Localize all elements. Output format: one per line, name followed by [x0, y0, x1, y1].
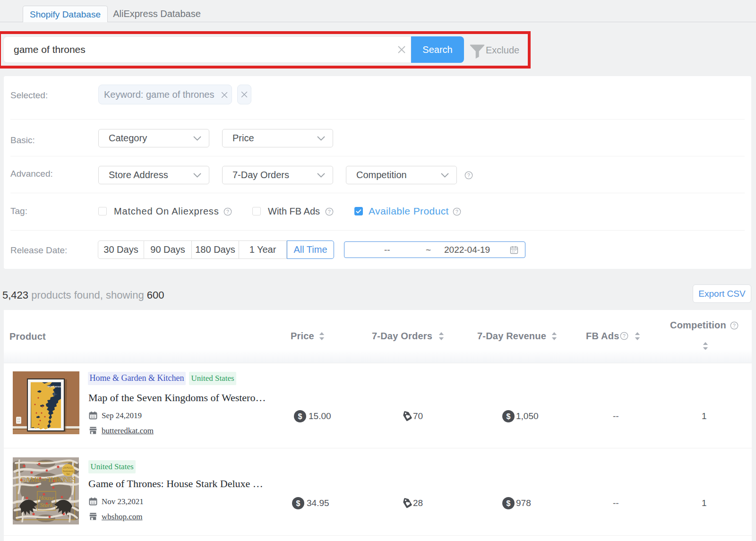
svg-text:Set: Set — [66, 472, 70, 475]
svg-text:THRONES: THRONES — [47, 476, 76, 483]
svg-text:24 FULL: 24 FULL — [63, 466, 73, 469]
svg-text:$: $ — [298, 412, 302, 421]
svg-text:Westeros: Westeros — [47, 385, 61, 388]
svg-text:?: ? — [733, 323, 736, 328]
svg-text:?: ? — [467, 173, 470, 178]
svg-text:$: $ — [507, 499, 511, 507]
svg-text:?: ? — [226, 209, 229, 215]
svg-text:?: ? — [328, 209, 331, 215]
svg-text:$: $ — [507, 412, 511, 421]
svg-text:GAME: GAME — [20, 476, 41, 483]
svg-text:$: $ — [296, 499, 301, 507]
svg-text:House: House — [38, 494, 54, 501]
svg-text:OF: OF — [41, 477, 47, 482]
svg-text:?: ? — [455, 209, 458, 215]
svg-text:?: ? — [623, 334, 626, 339]
svg-text:Stark: Stark — [40, 501, 53, 508]
